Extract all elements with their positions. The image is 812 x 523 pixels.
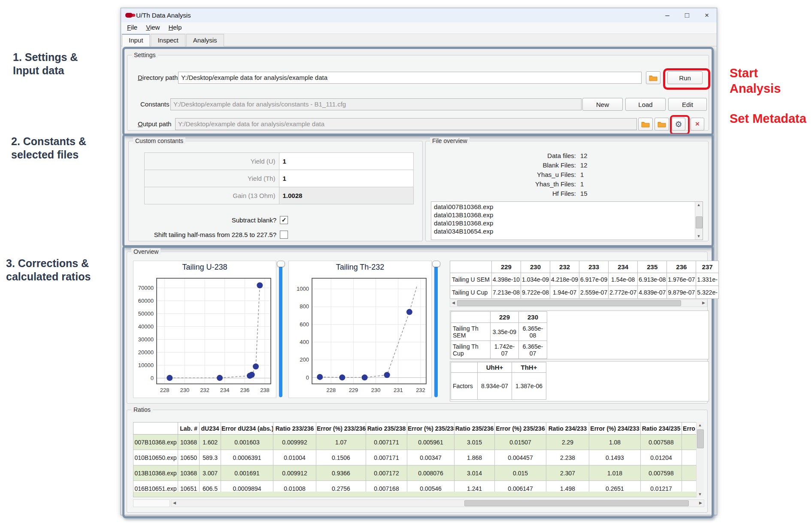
table-row[interactable]: Gain (13 Ohm)1.0028	[145, 187, 414, 204]
column-header[interactable]: Error (%) 235/238	[407, 423, 454, 435]
output-path-label: Output path	[138, 120, 171, 128]
minimize-button[interactable]: –	[657, 8, 677, 22]
menu-item[interactable]: Help	[164, 22, 186, 32]
scroll-right-icon[interactable]: ▶	[697, 500, 704, 506]
table-row[interactable]: Yield (Th)1	[145, 170, 414, 187]
file-list-scrollbar[interactable]: ▲ ▼	[695, 202, 703, 240]
column-header[interactable]: Error dU234 (abs.)	[221, 423, 273, 435]
edit-constants-button[interactable]: Edit	[668, 98, 707, 111]
chart2-slider[interactable]	[434, 263, 438, 397]
column-header[interactable]: 229	[491, 261, 521, 273]
run-button[interactable]: Run	[667, 71, 703, 84]
table-row[interactable]: Data files:12	[434, 151, 700, 160]
column-header[interactable]	[451, 312, 491, 323]
column-header[interactable]: Ratio 234/235	[641, 423, 682, 435]
table-row[interactable]: Tailing Th Cup1.742e-076.365e-07	[451, 341, 547, 359]
table-row[interactable]: Hf Files:15	[434, 189, 700, 198]
column-header[interactable]: Lab. #	[178, 423, 200, 435]
load-constants-button[interactable]: Load	[625, 98, 666, 111]
column-header[interactable]: UhH+	[478, 362, 512, 373]
new-constants-button[interactable]: New	[582, 98, 623, 111]
column-header[interactable]: Erro	[682, 423, 697, 435]
tab[interactable]: Inspect	[151, 34, 185, 46]
browse-directory-button[interactable]	[646, 71, 661, 84]
output-path-input[interactable]: Y:/Desktop/example data for analysis/exa…	[175, 118, 637, 130]
column-header[interactable]: 230	[521, 261, 550, 273]
tailing-u-table-hscrollbar[interactable]: ◀ ▶	[450, 299, 707, 307]
close-button[interactable]: ×	[697, 8, 717, 22]
table-row[interactable]: Tailing U SEM4.398e-101.034e-094.218e-09…	[450, 273, 719, 286]
scroll-left-icon[interactable]: ◀	[450, 300, 457, 306]
file-list-item[interactable]: data\019B10368.exp	[434, 219, 693, 227]
tab[interactable]: Analysis	[186, 34, 224, 46]
subtract-blank-checkbox[interactable]: ✓	[280, 216, 288, 224]
table-row[interactable]: Blank Files:12	[434, 160, 700, 170]
column-header[interactable]	[450, 261, 492, 273]
column-header[interactable]	[133, 423, 178, 435]
column-header[interactable]: Ratio 233/236	[273, 423, 316, 435]
scroll-up-icon[interactable]: ▲	[697, 422, 703, 429]
column-header[interactable]	[451, 362, 478, 373]
ratios-hscrollbar[interactable]: ◀ ▶	[171, 499, 704, 507]
column-header[interactable]: 230	[519, 312, 547, 323]
file-list-items: data\007B10368.expdata\013B10368.expdata…	[434, 203, 693, 235]
clear-output-button[interactable]: ×	[691, 118, 704, 131]
metadata-settings-button[interactable]: ⚙	[672, 118, 685, 131]
scroll-right-icon[interactable]: ▶	[700, 300, 707, 306]
table-row[interactable]: Tailing Th SEM3.35e-096.365e-08	[451, 323, 547, 341]
file-list-item[interactable]: data\007B10368.exp	[434, 203, 693, 211]
open-output-folder-button[interactable]	[654, 118, 669, 131]
annotation-start-analysis: Start Analysis	[730, 65, 812, 97]
column-header[interactable]: 234	[609, 261, 638, 273]
scrollbar-thumb[interactable]	[457, 300, 681, 306]
maximize-button[interactable]: □	[677, 8, 697, 22]
file-list-item[interactable]: data\034B10654.exp	[434, 227, 693, 235]
subtract-blank-label: Subtract blank?	[232, 216, 276, 224]
column-header[interactable]: 235	[638, 261, 667, 273]
shift-tailing-checkbox[interactable]	[280, 231, 288, 239]
column-header[interactable]: 232	[550, 261, 579, 273]
column-header[interactable]: 233	[579, 261, 609, 273]
table-row[interactable]: 007B10368.exp103681.6020.0016030.0099921…	[133, 435, 697, 450]
column-header[interactable]: Ratio 235/238	[366, 423, 407, 435]
ratios-vscrollbar[interactable]: ▲ ▼	[696, 422, 704, 498]
scrollbar-thumb[interactable]	[697, 429, 704, 448]
slider-handle[interactable]	[277, 261, 285, 267]
scroll-down-icon[interactable]: ▼	[697, 491, 703, 498]
table-row[interactable]: 010B10650.exp10650589.30.00063910.010040…	[133, 450, 697, 465]
ratios-table: Lab. #dU234Error dU234 (abs.)Ratio 233/2…	[133, 422, 696, 496]
tab[interactable]: Input	[122, 34, 150, 46]
scroll-up-icon[interactable]: ▲	[695, 202, 702, 208]
column-header[interactable]: 229	[491, 312, 519, 323]
table-row[interactable]: 013B10368.exp103683.0070.0016910.0099120…	[133, 465, 697, 481]
slider-handle[interactable]	[432, 261, 440, 267]
menu-item[interactable]: View	[142, 22, 164, 32]
table-row[interactable]: Yield (U)1	[145, 153, 414, 170]
column-header[interactable]: 237	[696, 261, 718, 273]
column-header[interactable]: ThH+	[512, 362, 546, 373]
column-header[interactable]: 236	[667, 261, 696, 273]
scrollbar-thumb[interactable]	[696, 216, 703, 228]
annotation-set-metadata: Set Metadata	[730, 111, 806, 126]
column-header[interactable]: Error (%) 234/233	[589, 423, 641, 435]
constants-path-input[interactable]: Y:/Desktop/example data for analysis/con…	[170, 98, 582, 110]
column-header[interactable]: Error (%) 233/236	[316, 423, 366, 435]
table-row[interactable]: Yhas_th Files:1	[434, 179, 700, 189]
column-header[interactable]: Ratio 235/236	[454, 423, 495, 435]
column-header[interactable]: Ratio 234/233	[546, 423, 589, 435]
scroll-left-icon[interactable]: ◀	[171, 500, 178, 506]
scrollbar-thumb[interactable]	[464, 500, 689, 506]
browse-output-button[interactable]	[638, 118, 653, 131]
table-row[interactable]: Factors8.934e-071.387e-06	[451, 373, 546, 400]
annotation-step3: 3. Corrections & calculated ratios	[6, 257, 118, 284]
column-header[interactable]: dU234	[200, 423, 221, 435]
scroll-down-icon[interactable]: ▼	[695, 233, 702, 240]
table-row[interactable]: Tailing U Cup7.213e-089.722e-081.94e-072…	[450, 286, 719, 299]
directory-path-input[interactable]: Y:/Desktop/example data for analysis/exa…	[178, 72, 642, 84]
column-header[interactable]: Error (%) 235/236	[495, 423, 546, 435]
menu-item[interactable]: File	[123, 22, 142, 32]
chart1-slider[interactable]	[279, 263, 282, 397]
file-list-item[interactable]: data\013B10368.exp	[434, 211, 693, 219]
window-title: U/Th Data Analysis	[136, 12, 191, 19]
table-row[interactable]: Yhas_u Files:1	[434, 170, 700, 179]
